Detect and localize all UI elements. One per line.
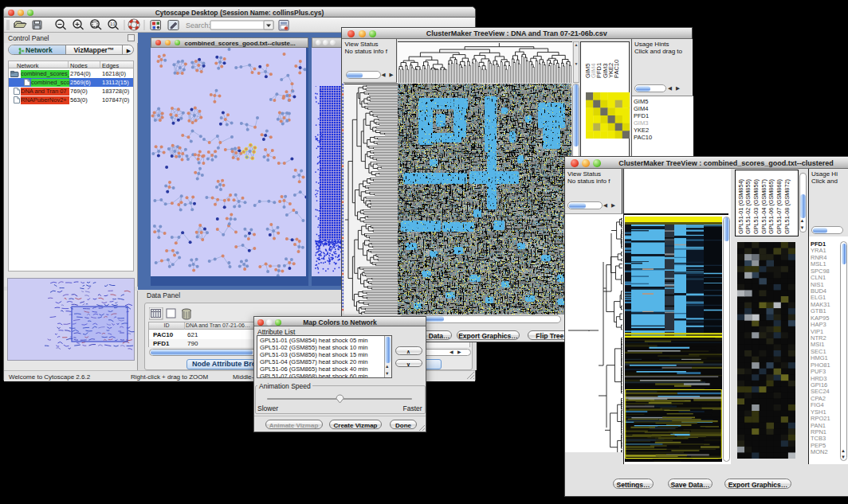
svg-text:1:1: 1:1 [110, 22, 116, 26]
svg-text:Search:: Search: [186, 21, 210, 29]
